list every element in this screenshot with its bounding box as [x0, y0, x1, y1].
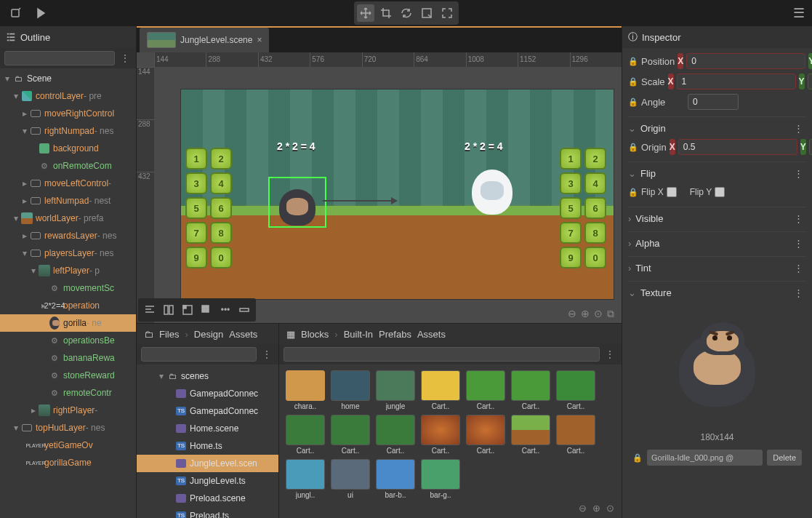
numkey-1[interactable]: 1 [185, 148, 207, 170]
numkey-8[interactable]: 8 [584, 222, 606, 244]
numkey-0[interactable]: 0 [584, 247, 606, 268]
position-x-input[interactable] [686, 53, 805, 69]
visible-section[interactable]: ›Visible ⋮ [628, 207, 806, 227]
asset-chara[interactable]: chara.. [285, 370, 326, 410]
tree-item-topHudLayer[interactable]: ▾topHudLayer - nes [0, 419, 136, 437]
fullscreen-tool-icon[interactable] [438, 4, 456, 22]
flipy-checkbox[interactable] [715, 187, 725, 197]
tree-item-stoneReward[interactable]: ⚙stoneReward [0, 367, 136, 384]
tree-item-yetiGameOv[interactable]: PLAYERyetiGameOv [0, 437, 136, 454]
lock-icon[interactable]: 🔒 [628, 97, 638, 107]
bc-blocks[interactable]: Blocks [301, 329, 329, 340]
bc-assets[interactable]: Assets [229, 329, 257, 340]
numkey-9[interactable]: 9 [560, 247, 582, 268]
refresh-tool-icon[interactable] [398, 4, 415, 22]
asset-jungle[interactable]: jungle [375, 370, 416, 410]
open-scene-icon[interactable] [7, 4, 25, 22]
origin-y-input[interactable] [809, 139, 812, 155]
lock-icon[interactable]: 🔒 [628, 57, 638, 66]
asset-grass2[interactable]: Cart.. [510, 370, 551, 410]
play-icon[interactable] [32, 4, 49, 22]
game-canvas[interactable]: 1234567890 1234567890 2 * 2 = 4 2 * 2 = … [180, 89, 614, 300]
asset-dirt[interactable]: Cart.. [555, 415, 596, 455]
flip-section[interactable]: ⌄Flip ⋮ [628, 162, 806, 182]
bc-builtin[interactable]: Built-In [344, 329, 373, 340]
tree-item-movementSc[interactable]: ⚙movementSc [0, 279, 136, 297]
zoom-out-icon[interactable]: ⊖ [568, 308, 576, 320]
tree-item-background[interactable]: background [0, 140, 136, 157]
numkey-3[interactable]: 3 [185, 172, 207, 194]
file-Home.ts[interactable]: TSHome.ts [137, 437, 278, 455]
numkey-5[interactable]: 5 [185, 197, 207, 219]
scale-x-input[interactable] [677, 73, 796, 89]
tint-section[interactable]: ›Tint ⋮ [628, 256, 806, 276]
file-JungleLevel.scene[interactable]: JungleLevel.scen [137, 455, 278, 472]
numkey-1[interactable]: 1 [560, 148, 582, 170]
scale-y-input[interactable] [808, 73, 812, 89]
asset-wood2[interactable]: Cart.. [465, 415, 506, 455]
asset-banana[interactable]: Cart.. [420, 370, 461, 410]
asset-vine2[interactable]: Cart.. [330, 415, 371, 455]
lock-icon[interactable]: 🔒 [628, 77, 638, 87]
numkey-2[interactable]: 2 [210, 148, 232, 170]
numkey-0[interactable]: 0 [210, 247, 232, 268]
asset-grass[interactable]: Cart.. [465, 370, 506, 410]
zoom-fit-icon[interactable]: ⧉ [607, 308, 614, 320]
asset-vine[interactable]: Cart.. [285, 415, 326, 455]
tree-item-rewardsLayer[interactable]: ▸rewardsLayer - nes [0, 227, 136, 244]
translate-handle[interactable] [323, 200, 395, 202]
split-icon[interactable] [160, 301, 177, 319]
lock-icon[interactable]: 🔒 [628, 143, 638, 152]
numkey-6[interactable]: 6 [584, 197, 606, 219]
numkey-8[interactable]: 8 [210, 222, 232, 244]
tree-item-gorilla[interactable]: gorilla - ne [0, 314, 136, 332]
flipx-checkbox[interactable] [667, 187, 677, 197]
asset-zoom-out-icon[interactable]: ⊖ [579, 503, 587, 514]
files-search-input[interactable] [141, 347, 257, 362]
tree-item-gorillaGame[interactable]: PLAYERgorillaGame [0, 454, 136, 471]
section-menu-icon[interactable]: ⋮ [791, 238, 806, 249]
main-menu-icon[interactable]: ☰ [793, 5, 805, 21]
file-Home.scene[interactable]: Home.scene [137, 420, 278, 437]
snap-tool-icon[interactable] [418, 4, 435, 22]
numkey-3[interactable]: 3 [560, 172, 582, 194]
asset-barb[interactable]: bar-b.. [375, 459, 416, 499]
tree-item-moveLeftControl[interactable]: ▸moveLeftControl - [0, 175, 136, 192]
asset-ui[interactable]: ui [330, 459, 371, 499]
lock-icon[interactable]: 🔒 [628, 188, 638, 197]
file-JungleLevel.ts[interactable]: TSJungleLevel.ts [137, 472, 278, 490]
numkey-2[interactable]: 2 [584, 148, 606, 170]
tree-item-operationsBe[interactable]: ⚙operationsBe [0, 332, 136, 349]
grid-icon[interactable] [198, 301, 215, 319]
tab-close-icon[interactable]: × [257, 35, 262, 45]
tree-item-worldLayer[interactable]: ▾worldLayer - prefa [0, 210, 136, 227]
blocks-search-input[interactable] [284, 347, 600, 362]
tree-item-controlLayer[interactable]: ▾controlLayer - pre [0, 87, 136, 105]
asset-zoom-in-icon[interactable]: ⊕ [592, 503, 600, 514]
zoom-in-icon[interactable]: ⊕ [581, 308, 590, 320]
scene-root[interactable]: ▾ 🗀 Scene [0, 70, 136, 87]
file-GamepadConnec2[interactable]: TSGamepadConnec [137, 402, 278, 420]
files-menu-icon[interactable]: ⋮ [260, 349, 274, 359]
align-left-icon[interactable] [141, 301, 158, 319]
move-tool-icon[interactable] [357, 4, 374, 22]
outline-search-input[interactable] [4, 51, 115, 65]
file-scenes-folder[interactable]: ▾🗀scenes [137, 367, 278, 385]
bc-assets2[interactable]: Assets [417, 329, 446, 340]
origin-section[interactable]: ⌄Origin ⋮ [628, 116, 806, 137]
lock-icon[interactable]: 🔒 [632, 453, 643, 463]
file-Preload.scene[interactable]: Preload.scene [137, 490, 278, 507]
numkey-7[interactable]: 7 [560, 222, 582, 244]
more-icon[interactable]: ••• [217, 301, 234, 319]
crop-tool-icon[interactable] [377, 4, 395, 22]
angle-input[interactable] [688, 94, 739, 110]
tree-item-playersLayer[interactable]: ▾playersLayer - nes [0, 244, 136, 262]
section-menu-icon[interactable]: ⋮ [791, 213, 806, 224]
numkey-7[interactable]: 7 [185, 222, 207, 244]
tree-item-operation[interactable]: ▸2*2=4operation [0, 297, 136, 314]
numkey-4[interactable]: 4 [210, 172, 232, 194]
gorilla-selection[interactable] [268, 177, 326, 228]
tree-item-remoteContr[interactable]: ⚙remoteContr [0, 384, 136, 402]
section-menu-icon[interactable]: ⋮ [791, 123, 806, 134]
section-menu-icon[interactable]: ⋮ [791, 168, 806, 179]
